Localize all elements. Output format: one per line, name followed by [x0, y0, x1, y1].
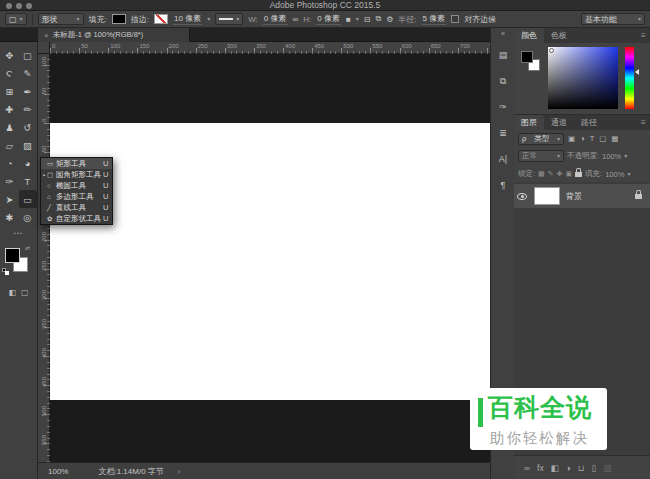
- screen-mode-button[interactable]: ▢: [21, 288, 29, 297]
- window-minimize-button[interactable]: [16, 3, 22, 9]
- type-tool[interactable]: T: [19, 172, 37, 190]
- fill-opacity-value[interactable]: 100%: [605, 170, 624, 179]
- panel-menu-icon[interactable]: ≡: [641, 31, 646, 40]
- healing-brush-tool[interactable]: ✚: [1, 100, 19, 118]
- gear-icon[interactable]: ⚙: [386, 15, 393, 24]
- character-panel-icon[interactable]: A|: [492, 148, 514, 170]
- filter-smart-objects-icon[interactable]: ▦: [611, 134, 618, 143]
- menu-item-polygon-tool[interactable]: ⌂ 多边形工具 U: [41, 191, 112, 202]
- zoom-tool[interactable]: ◎: [19, 208, 37, 226]
- link-layers-icon[interactable]: ∞: [524, 463, 530, 473]
- add-layer-mask-icon[interactable]: ◧: [551, 463, 559, 473]
- path-operations-button[interactable]: ■: [346, 15, 351, 24]
- menu-item-custom-shape-tool[interactable]: ✿ 自定形状工具 U: [41, 213, 112, 224]
- menu-item-line-tool[interactable]: ╱ 直线工具 U: [41, 202, 112, 213]
- background-lock-icon[interactable]: [635, 194, 642, 199]
- delete-layer-icon[interactable]: ▥: [603, 463, 611, 473]
- tab-paths[interactable]: 路径: [574, 115, 604, 130]
- zoom-level-field[interactable]: 100%: [48, 467, 68, 476]
- tool-mode-select[interactable]: 形状 ▾: [38, 13, 84, 25]
- filter-adjustment-layers-icon[interactable]: ◑: [580, 134, 585, 143]
- brushes-panel-icon[interactable]: ✑: [492, 96, 514, 118]
- radius-field[interactable]: 5 像素: [422, 13, 447, 25]
- pen-tool[interactable]: ✑: [1, 172, 19, 190]
- stroke-swatch[interactable]: [154, 14, 168, 24]
- layer-visibility-eye-icon[interactable]: [517, 193, 527, 200]
- menu-item-rectangle-tool[interactable]: ▭ 矩形工具 U: [41, 158, 112, 169]
- workspace-select[interactable]: 基本功能 ▾: [581, 13, 645, 25]
- path-selection-tool[interactable]: ➤: [1, 190, 19, 208]
- window-close-button[interactable]: [6, 3, 12, 9]
- tab-layers[interactable]: 图层: [514, 115, 544, 130]
- lock-artboard-icon[interactable]: ▣: [565, 170, 572, 178]
- opacity-value[interactable]: 100%: [602, 152, 621, 161]
- filter-shape-layers-icon[interactable]: ▢: [599, 134, 606, 143]
- layer-row-background[interactable]: 背景: [514, 184, 650, 208]
- clone-stamp-tool[interactable]: ♟: [1, 118, 19, 136]
- lock-transparent-pixels-icon[interactable]: ▦: [538, 170, 545, 178]
- menu-item-rounded-rectangle-tool[interactable]: • ▢ 圆角矩形工具 U: [41, 169, 112, 180]
- link-dimensions-icon[interactable]: ∞: [293, 15, 299, 24]
- color-panel-foreground-swatch[interactable]: [521, 51, 533, 63]
- lasso-tool[interactable]: Ϛ: [1, 64, 19, 82]
- rectangle-tool[interactable]: ▭: [19, 190, 37, 208]
- properties-panel-icon[interactable]: ▤: [492, 44, 514, 66]
- panel-menu-icon[interactable]: ≡: [641, 118, 646, 127]
- new-adjustment-layer-icon[interactable]: ◑: [566, 463, 571, 473]
- quick-mask-button[interactable]: ◧: [8, 288, 16, 297]
- saturation-brightness-field[interactable]: [548, 47, 618, 109]
- hand-tool[interactable]: ✱: [1, 208, 19, 226]
- quick-selection-tool[interactable]: ✎: [19, 64, 37, 82]
- gradient-tool[interactable]: ▨: [19, 136, 37, 154]
- window-zoom-button[interactable]: [26, 3, 32, 9]
- tab-color[interactable]: 颜色: [514, 28, 544, 43]
- crop-tool[interactable]: ⊞: [1, 82, 19, 100]
- height-field[interactable]: 0 像素: [316, 13, 341, 25]
- smudge-tool[interactable]: ◔: [1, 154, 19, 172]
- lock-all-icon[interactable]: [575, 172, 582, 177]
- hue-slider[interactable]: [625, 47, 634, 109]
- document-size-info[interactable]: 文档:1.14M/0 字节: [98, 466, 163, 477]
- blend-mode-select[interactable]: 正常 ▾: [518, 150, 564, 162]
- rectangular-marquee-tool[interactable]: ▢: [19, 46, 37, 64]
- color-field-marker[interactable]: [549, 48, 554, 53]
- filter-type-layers-icon[interactable]: T: [590, 134, 595, 143]
- status-popup-arrow-icon[interactable]: ›: [178, 467, 181, 476]
- stroke-width-field[interactable]: 10 像素: [173, 13, 202, 25]
- document-tab[interactable]: × 未标题-1 @ 100%(RGB/8*): [38, 28, 190, 42]
- menu-item-ellipse-tool[interactable]: ○ 椭圆工具 U: [41, 180, 112, 191]
- tab-swatches[interactable]: 色板: [544, 28, 574, 43]
- path-alignment-button[interactable]: ⊟: [364, 15, 371, 24]
- history-brush-tool[interactable]: ↺: [19, 118, 37, 136]
- move-tool[interactable]: ✥: [1, 46, 19, 64]
- fill-swatch[interactable]: [112, 14, 126, 24]
- filter-pixel-layers-icon[interactable]: ▣: [568, 134, 575, 143]
- layer-style-icon[interactable]: fx: [537, 463, 544, 473]
- layer-thumbnail[interactable]: [534, 187, 560, 205]
- lock-position-icon[interactable]: ✥: [557, 170, 563, 178]
- foreground-color-swatch[interactable]: [5, 248, 20, 263]
- dodge-tool[interactable]: ◕: [19, 154, 37, 172]
- adjustments-panel-icon[interactable]: ≣: [492, 122, 514, 144]
- path-arrangement-button[interactable]: ⧉: [375, 14, 381, 24]
- lock-image-pixels-icon[interactable]: ✎: [548, 170, 554, 178]
- libraries-panel-icon[interactable]: ⧉: [492, 70, 514, 92]
- layer-filter-select[interactable]: ρ 类型 ▾: [518, 133, 564, 145]
- paragraph-panel-icon[interactable]: ¶: [492, 174, 514, 196]
- stroke-type-select[interactable]: ▾: [215, 13, 243, 25]
- swap-colors-icon[interactable]: ⇄: [25, 244, 30, 251]
- align-edges-checkbox[interactable]: [451, 15, 459, 23]
- default-colors-icon[interactable]: [2, 268, 9, 275]
- new-layer-icon[interactable]: ▯: [592, 463, 597, 473]
- tab-channels[interactable]: 通道: [544, 115, 574, 130]
- eyedropper-tool[interactable]: ✒: [19, 82, 37, 100]
- expand-panels-icon[interactable]: «: [491, 30, 515, 37]
- hue-slider-marker[interactable]: [635, 69, 639, 75]
- eraser-tool[interactable]: ▱: [1, 136, 19, 154]
- tool-preset-picker[interactable]: ▢ ▾: [5, 13, 27, 25]
- new-group-icon[interactable]: ⊔: [578, 463, 585, 473]
- edit-toolbar-icon[interactable]: •••: [0, 230, 37, 236]
- document-canvas[interactable]: [50, 123, 490, 400]
- close-icon[interactable]: ×: [44, 31, 49, 40]
- width-field[interactable]: 0 像素: [263, 13, 288, 25]
